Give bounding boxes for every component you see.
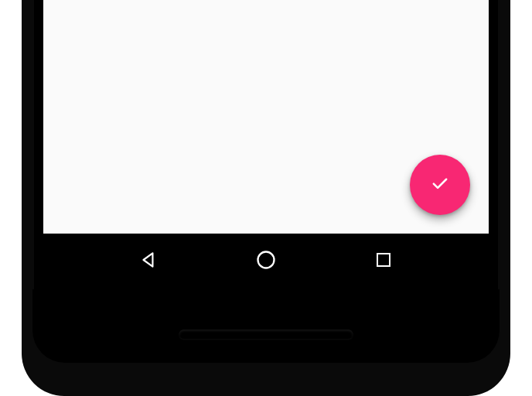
back-triangle-icon bbox=[138, 250, 159, 273]
check-icon bbox=[429, 172, 451, 197]
svg-rect-1 bbox=[377, 254, 390, 266]
home-button[interactable] bbox=[254, 249, 278, 274]
recent-apps-button[interactable] bbox=[371, 249, 396, 274]
android-nav-bar bbox=[43, 234, 489, 289]
back-button[interactable] bbox=[136, 249, 161, 274]
phone-bottom-bezel bbox=[22, 289, 510, 396]
svg-point-0 bbox=[258, 252, 275, 268]
phone-speaker bbox=[179, 329, 353, 339]
home-circle-icon bbox=[255, 249, 277, 274]
confirm-fab[interactable] bbox=[410, 155, 470, 215]
recent-square-icon bbox=[374, 251, 393, 272]
app-content-area bbox=[43, 0, 489, 234]
